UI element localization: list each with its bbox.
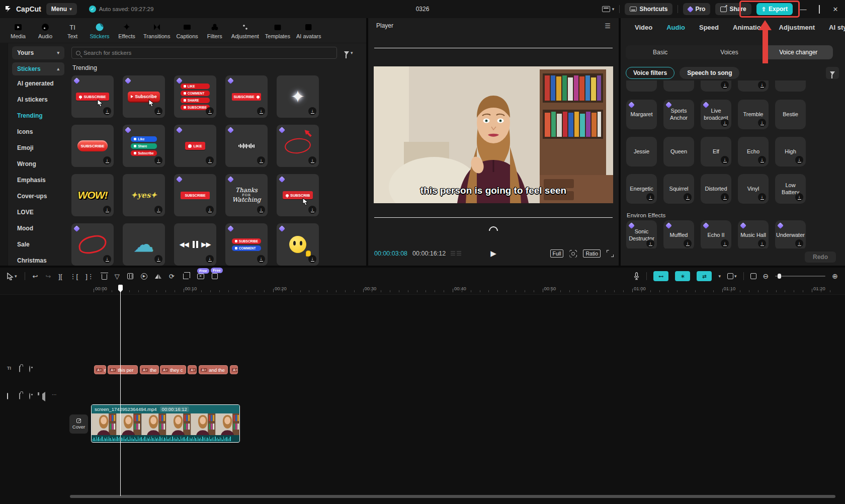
sticker-card-thanks-for-watching[interactable]: ThanksFORWatching↓ [225, 174, 268, 216]
voice-filter-button[interactable] [826, 67, 839, 79]
zoom-out-button[interactable]: ⊖ [763, 272, 769, 280]
voice-tile-squirrel[interactable]: Squirrel↓ [663, 174, 694, 204]
sticker-card-wow-[interactable]: WOW!↓ [71, 174, 114, 216]
tool-tab-templates[interactable]: Templates [263, 22, 293, 39]
timeline-ruler[interactable]: 00:0000:1000:2000:3000:4000:5001:0001:10… [0, 285, 845, 295]
sticker-card-stack[interactable]: LikeShareSubscribe↓ [123, 125, 165, 167]
chevron-down-icon[interactable]: ▾ [718, 274, 721, 279]
zoom-in-button[interactable]: ⊕ [832, 272, 838, 280]
download-icon[interactable]: ↓ [103, 255, 111, 263]
download-icon[interactable]: ↓ [795, 156, 803, 164]
layout-toggle-button[interactable]: ▾ [602, 6, 615, 12]
ratio-button[interactable]: Ratio [583, 249, 601, 258]
download-icon[interactable]: ↓ [646, 193, 654, 201]
sticker-card-ellipse[interactable]: ↓ [277, 125, 319, 167]
download-icon[interactable]: ↓ [758, 156, 766, 164]
sidebar-item-emoji[interactable]: Emoji [8, 140, 69, 156]
voice-tile-partial[interactable]: ↓ [738, 80, 769, 92]
voice-tile-queen[interactable]: Queen [663, 137, 694, 166]
voice-tile-echo-ii[interactable]: Echo II↓ [701, 220, 731, 250]
preview-select-button[interactable]: ▾ [727, 273, 737, 279]
download-icon[interactable]: ↓ [758, 119, 766, 127]
mirror-button[interactable] [155, 274, 161, 279]
tool-tab-ai-avatars[interactable]: AI avatars [294, 22, 324, 39]
video-clip[interactable]: screen_1742952364494.mp4 00:00:16:12 [91, 404, 240, 443]
download-icon[interactable]: ↓ [721, 81, 729, 89]
sidebar-item-wrong[interactable]: Wrong [8, 156, 69, 172]
caption-clip[interactable]: A≡ [188, 365, 197, 374]
download-icon[interactable]: ↓ [103, 206, 111, 214]
sticker-card-scribble[interactable]: ↓ [71, 223, 114, 266]
split-button[interactable]: ][ [58, 273, 62, 280]
download-icon[interactable]: ↓ [684, 193, 692, 201]
tab-ai-stylize[interactable]: AI stylize [829, 24, 845, 31]
horizontal-scrollbar[interactable] [70, 495, 835, 498]
video-preview[interactable]: this person is going to feel seen [374, 66, 613, 203]
voice-tile-margaret[interactable]: Margaret [626, 100, 657, 129]
tool-tab-captions[interactable]: Captions [174, 22, 200, 39]
yours-dropdown[interactable]: Yours▾ [12, 46, 64, 59]
caption-clip[interactable]: A≡this per [108, 365, 138, 374]
sidebar-item-cover-ups[interactable]: Cover-ups [8, 188, 69, 204]
tool-tab-transitions[interactable]: Transitions [141, 22, 173, 39]
download-icon[interactable]: ↓ [206, 156, 214, 164]
download-icon[interactable]: ↓ [154, 156, 162, 164]
full-button[interactable]: Full [550, 249, 564, 258]
sticker-card-playback[interactable]: ◀◀▶▶↓ [174, 223, 216, 266]
split-left-button[interactable]: ⋮[ [70, 273, 78, 280]
voice-tile-echo[interactable]: Echo↓ [738, 137, 769, 166]
pill-voice-filters[interactable]: Voice filters [626, 67, 674, 79]
voice-tile-music-hall[interactable]: Music Hall↓ [738, 220, 769, 250]
link-clips-toggle[interactable]: ⇄ [697, 271, 712, 281]
sidebar-item-emphasis[interactable]: Emphasis [8, 172, 69, 188]
voice-tile-partial[interactable]: ↓ [701, 80, 731, 92]
pro-button[interactable]: Pro [683, 3, 710, 15]
download-icon[interactable]: ↓ [257, 107, 265, 115]
voice-tile-muffled[interactable]: Muffled↓ [663, 220, 694, 250]
caption-clip[interactable]: A≡they c [160, 365, 186, 374]
speed-button[interactable]: ▶ [141, 273, 147, 280]
frame-list-icon[interactable] [451, 251, 461, 257]
download-icon[interactable]: ↓ [154, 206, 162, 214]
download-icon[interactable]: ↓ [721, 193, 729, 201]
download-icon[interactable]: ↓ [257, 255, 265, 263]
voice-tile-energetic[interactable]: Energetic↓ [626, 174, 657, 204]
undo-button[interactable]: ↩ [33, 273, 38, 280]
download-icon[interactable]: ↓ [103, 156, 111, 164]
search-input[interactable] [83, 50, 332, 56]
download-icon[interactable]: ↓ [795, 239, 803, 247]
tool-tab-filters[interactable]: Filters [202, 22, 228, 39]
voice-tile-tremble[interactable]: Tremble↓ [738, 100, 769, 129]
minimize-button[interactable]: — [798, 6, 809, 13]
tool-tab-text[interactable]: TIText [59, 22, 86, 39]
sticker-card-subscribe[interactable]: Subscribe↓ [123, 75, 165, 118]
download-icon[interactable]: ↓ [721, 239, 729, 247]
tab-audio[interactable]: Audio [666, 24, 685, 31]
collapse-arc-icon[interactable] [489, 226, 498, 231]
caption-clip[interactable]: A≡r [94, 365, 106, 374]
download-icon[interactable]: ↓ [308, 206, 316, 214]
extract-clip-button[interactable]: Free [212, 273, 218, 279]
player-menu-icon[interactable]: ☰ [605, 22, 611, 30]
tab-animation[interactable]: Animation [733, 24, 765, 31]
voice-tile-sports-anchor[interactable]: Sports Anchor [663, 100, 694, 129]
download-icon[interactable]: ↓ [308, 255, 316, 263]
redo-arrow-button[interactable]: ↪ [45, 273, 51, 280]
sticker-card-cloud[interactable]: ☁↓ [123, 223, 165, 266]
download-icon[interactable]: ↓ [758, 81, 766, 89]
voice-tile-sonic-destructor[interactable]: Sonic Destructor↓ [626, 220, 657, 250]
sidebar-item-ai-generated[interactable]: AI generated [8, 75, 69, 92]
download-icon[interactable]: ↓ [103, 107, 111, 115]
voice-tile-bestie[interactable]: Bestie [775, 100, 806, 129]
voice-tile-partial[interactable] [775, 80, 806, 92]
maximize-button[interactable] [814, 6, 825, 13]
select-tool-button[interactable]: ▾ [7, 273, 17, 280]
tool-tab-effects[interactable]: Effects [114, 22, 140, 39]
voice-tile-live-broadcast[interactable]: Live broadcast↓ [701, 100, 731, 129]
download-icon[interactable]: ↓ [206, 206, 214, 214]
pill-speech-to-song[interactable]: Speech to song [680, 67, 739, 79]
voice-tile-distorted[interactable]: Distorted↓ [701, 174, 731, 204]
export-button[interactable]: ⇧Export [756, 3, 793, 15]
voice-tile-high[interactable]: High↓ [775, 137, 806, 166]
sidebar-item-sale[interactable]: Sale [8, 236, 69, 253]
